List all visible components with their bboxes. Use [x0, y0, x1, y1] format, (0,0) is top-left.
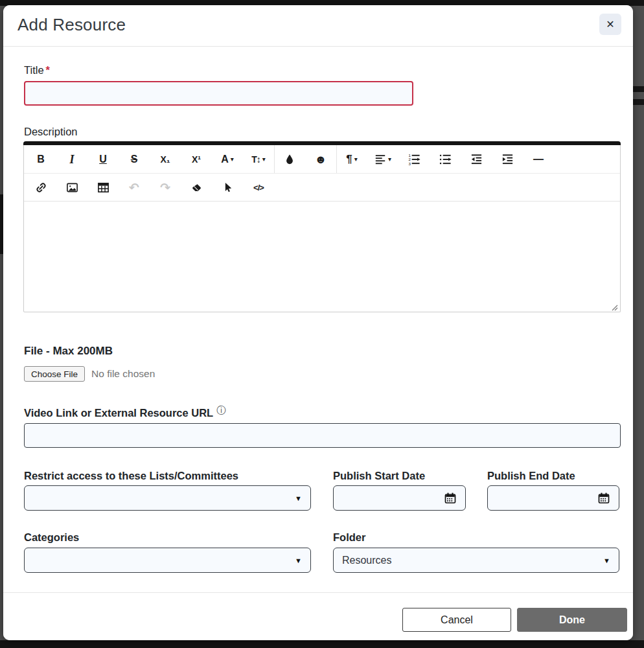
redo-button[interactable]: ↷ — [154, 176, 177, 198]
dialog-footer: Cancel Done — [3, 592, 633, 640]
add-resource-dialog: Add Resource ✕ Title* Description BIUSX₁… — [3, 5, 633, 640]
italic-icon: I — [69, 154, 74, 165]
folder-label: Folder — [333, 531, 365, 544]
select-all-button[interactable] — [216, 176, 239, 198]
done-button[interactable]: Done — [517, 608, 627, 632]
horizontal-rule-button[interactable]: ― — [527, 148, 550, 170]
unordered-list-button[interactable] — [433, 148, 457, 170]
calendar-icon[interactable] — [444, 492, 457, 505]
categories-select[interactable]: ▼ — [24, 548, 311, 573]
indent-button[interactable] — [496, 148, 519, 170]
align-button[interactable]: ▾ — [371, 148, 395, 170]
toolbar-divider — [274, 145, 275, 173]
url-label-text: Video Link or External Resource URL — [24, 407, 213, 419]
paragraph-format-button[interactable]: ¶▾ — [340, 148, 363, 170]
underline-button[interactable]: U — [91, 148, 115, 170]
undo-icon: ↶ — [129, 181, 139, 194]
choose-file-button[interactable]: Choose File — [24, 366, 85, 382]
categories-label: Categories — [24, 531, 79, 544]
outdent-icon — [470, 153, 483, 165]
undo-button[interactable]: ↶ — [122, 176, 146, 198]
calendar-icon[interactable] — [597, 492, 610, 505]
folder-select[interactable]: Resources ▼ — [333, 548, 619, 573]
url-label: Video Link or External Resource URLⓘ — [24, 407, 225, 420]
insert-image-icon — [66, 181, 78, 194]
resize-handle[interactable] — [611, 302, 618, 309]
select-all-icon — [222, 181, 233, 193]
ordered-list-icon: 123 — [408, 153, 420, 165]
strikethrough-button[interactable]: S — [122, 148, 146, 170]
clear-formatting-icon — [190, 181, 203, 194]
highlight-color-button[interactable] — [278, 148, 301, 170]
backdrop-fragment — [633, 86, 644, 92]
file-status-text: No file chosen — [91, 368, 155, 380]
chevron-down-icon: ▼ — [295, 494, 302, 502]
insert-link-button[interactable] — [29, 176, 52, 198]
strikethrough-icon: S — [131, 154, 138, 165]
text-color-icon: A — [221, 154, 229, 165]
code-view-button[interactable]: </> — [247, 176, 270, 198]
url-input[interactable] — [24, 423, 621, 448]
close-button[interactable]: ✕ — [599, 14, 621, 35]
italic-button[interactable]: I — [60, 148, 84, 170]
description-editor-content[interactable] — [24, 202, 620, 311]
font-size-button[interactable]: T↕▾ — [247, 148, 270, 170]
dropdown-caret-icon: ▾ — [262, 156, 266, 163]
outdent-button[interactable] — [465, 148, 488, 170]
underline-icon: U — [99, 154, 107, 165]
dropdown-caret-icon: ▾ — [231, 156, 234, 163]
superscript-icon: X¹ — [192, 155, 201, 164]
chevron-down-icon: ▼ — [295, 557, 302, 564]
restrict-access-label: Restrict access to these Lists/Committee… — [24, 470, 238, 482]
editor-toolbar-row1: BIUSX₁X¹A▾T↕▾☻¶▾▾123― — [24, 145, 620, 174]
text-color-button[interactable]: A▾ — [216, 148, 239, 170]
svg-text:3: 3 — [408, 161, 411, 165]
required-asterisk: * — [46, 64, 50, 76]
bold-icon: B — [37, 154, 45, 165]
dialog-title: Add Resource — [17, 15, 126, 35]
dropdown-caret-icon: ▾ — [354, 156, 358, 163]
subscript-button[interactable]: X₁ — [154, 148, 177, 170]
ordered-list-button[interactable]: 123 — [402, 148, 426, 170]
code-view-icon: </> — [253, 183, 264, 192]
cancel-button[interactable]: Cancel — [402, 608, 511, 632]
backdrop-bottom-strip — [0, 640, 644, 648]
description-label: Description — [24, 126, 78, 138]
close-icon: ✕ — [606, 18, 614, 30]
file-label: File - Max 200MB — [24, 345, 113, 358]
insert-table-button[interactable] — [91, 176, 115, 198]
indent-icon — [501, 153, 514, 165]
restrict-access-select[interactable]: ▼ — [24, 485, 311, 511]
unordered-list-icon — [439, 153, 452, 165]
insert-link-icon — [35, 181, 47, 194]
highlight-color-icon — [284, 154, 295, 165]
file-input-row: Choose File No file chosen — [24, 366, 155, 382]
backdrop-fragment — [633, 99, 644, 105]
dropdown-caret-icon: ▾ — [388, 156, 391, 163]
folder-select-value: Resources — [342, 555, 598, 566]
redo-icon: ↷ — [160, 181, 170, 194]
paragraph-format-icon: ¶ — [346, 154, 352, 165]
description-rich-text-editor: BIUSX₁X¹A▾T↕▾☻¶▾▾123― ↶↷</> — [23, 141, 621, 312]
bold-button[interactable]: B — [29, 148, 52, 170]
publish-start-date-input[interactable] — [333, 485, 466, 511]
emoticons-button[interactable]: ☻ — [309, 148, 332, 170]
subscript-icon: X₁ — [160, 155, 170, 164]
title-input[interactable] — [24, 81, 413, 106]
dialog-header: Add Resource ✕ — [3, 5, 633, 47]
superscript-button[interactable]: X¹ — [185, 148, 208, 170]
toolbar-divider — [336, 145, 337, 173]
clear-formatting-button[interactable] — [185, 176, 208, 198]
info-icon[interactable]: ⓘ — [216, 405, 225, 415]
emoticons-icon: ☻ — [315, 154, 327, 165]
align-icon — [374, 154, 386, 165]
insert-table-icon — [97, 181, 109, 194]
publish-end-date-input[interactable] — [487, 485, 619, 511]
chevron-down-icon: ▼ — [603, 557, 610, 564]
title-label-text: Title — [24, 64, 44, 76]
font-size-icon: T↕ — [251, 155, 260, 164]
publish-end-date-label: Publish End Date — [487, 470, 575, 482]
insert-image-button[interactable] — [60, 176, 84, 198]
editor-toolbar-row2: ↶↷</> — [24, 174, 620, 202]
publish-start-date-label: Publish Start Date — [333, 470, 425, 482]
